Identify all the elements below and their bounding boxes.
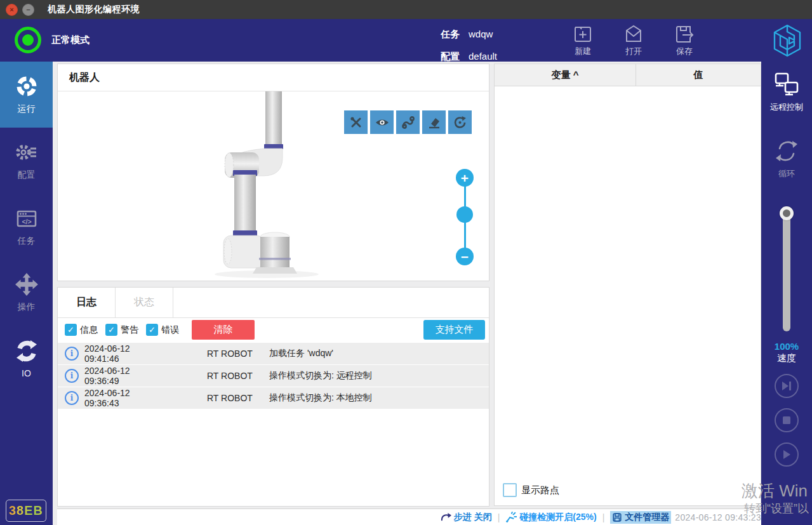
step-next-button[interactable] bbox=[775, 374, 799, 398]
task-row: 任务wdqw bbox=[441, 23, 497, 45]
run-icon bbox=[15, 74, 39, 98]
eraser-icon bbox=[427, 115, 442, 130]
checkbox-warning-label: 警告 bbox=[121, 324, 138, 336]
sidebar-item-io-label: IO bbox=[22, 368, 31, 378]
sidebar-item-io[interactable]: IO bbox=[0, 326, 53, 392]
statusbar-timestamp: 2024-06-12 09:43:23 bbox=[675, 512, 761, 522]
mode-label: 正常模式 bbox=[51, 34, 90, 46]
log-time: 2024-06-12 09:36:49 bbox=[84, 366, 166, 386]
play-button[interactable] bbox=[775, 442, 799, 467]
remote-control-icon bbox=[773, 72, 800, 97]
statusbar-separator: | bbox=[498, 512, 500, 522]
variables-panel: 变量 ^ 值 显示路点 bbox=[494, 63, 761, 506]
collision-detect-toggle[interactable]: 碰撞检测开启(25%) bbox=[505, 512, 596, 523]
speed-readout: 100% 速度 bbox=[775, 341, 799, 364]
config-value: default bbox=[469, 51, 497, 62]
left-sidebar: 运行 配置 </> 任务 操作 IO 38EB bbox=[0, 62, 53, 525]
loop-button[interactable]: 循环 bbox=[773, 138, 800, 180]
skip-next-icon bbox=[780, 380, 793, 392]
log-row[interactable]: i 2024-06-12 09:36:43 RT ROBOT 操作模式切换为: … bbox=[58, 387, 489, 409]
robot-panel: 机器人 bbox=[57, 63, 489, 281]
task-label: 任务 bbox=[441, 29, 460, 39]
support-files-button[interactable]: 支持文件 bbox=[423, 320, 485, 340]
show-waypoints-label: 显示路点 bbox=[521, 484, 559, 496]
play-icon bbox=[782, 449, 792, 460]
task-value: wdqw bbox=[469, 29, 493, 39]
show-waypoints-checkbox[interactable] bbox=[503, 483, 517, 497]
tab-log[interactable]: 日志 bbox=[58, 288, 116, 317]
stop-button[interactable] bbox=[775, 408, 799, 432]
window-titlebar: × – 机器人图形化编程环境 bbox=[0, 0, 812, 19]
info-icon: i bbox=[65, 369, 79, 383]
checkbox-info[interactable] bbox=[65, 324, 77, 336]
log-row[interactable]: i 2024-06-12 09:41:46 RT ROBOT 加载任务 'wdq… bbox=[58, 343, 489, 364]
log-time: 2024-06-12 09:36:43 bbox=[84, 388, 166, 408]
variables-header: 变量 ^ 值 bbox=[495, 64, 761, 86]
stop-icon bbox=[782, 416, 791, 425]
window-close-button[interactable]: × bbox=[6, 4, 18, 16]
zoom-out-button[interactable]: − bbox=[456, 248, 474, 265]
zoom-in-button[interactable]: + bbox=[456, 169, 474, 187]
code-window-icon: </> bbox=[15, 206, 39, 230]
save-task-button[interactable]: 保存 bbox=[664, 24, 705, 57]
sidebar-item-task[interactable]: </> 任务 bbox=[0, 194, 53, 260]
window-minimize-button[interactable]: – bbox=[22, 4, 34, 16]
statusbar-separator: | bbox=[602, 512, 605, 522]
config-row: 配置default bbox=[441, 45, 497, 67]
info-icon: i bbox=[65, 347, 79, 361]
open-task-button[interactable]: 打开 bbox=[613, 24, 654, 57]
svg-text:</>: </> bbox=[22, 218, 31, 225]
loop-icon bbox=[773, 138, 800, 164]
info-icon: i bbox=[65, 391, 79, 405]
sidebar-item-config[interactable]: 配置 bbox=[0, 128, 53, 194]
log-entries: i 2024-06-12 09:41:46 RT ROBOT 加载任务 'wdq… bbox=[58, 342, 489, 409]
save-task-label: 保存 bbox=[676, 46, 693, 57]
path-button[interactable] bbox=[396, 110, 420, 134]
visibility-button[interactable] bbox=[370, 110, 394, 134]
step-mode-label: 步进 关闭 bbox=[454, 512, 492, 523]
robot-id-badge: 38EB bbox=[6, 500, 46, 522]
zoom-slider-handle[interactable] bbox=[456, 206, 473, 223]
status-bar: 步进 关闭 | 碰撞检测开启(25%) | 文件管理器 2024-06-12 0… bbox=[57, 508, 761, 525]
log-row[interactable]: i 2024-06-12 09:36:49 RT ROBOT 操作模式切换为: … bbox=[58, 365, 489, 387]
column-value[interactable]: 值 bbox=[636, 64, 761, 86]
log-message: 操作模式切换为: 本地控制 bbox=[269, 392, 372, 404]
speed-value: 100% bbox=[775, 341, 799, 352]
right-sidebar: 远程控制 循环 100% 速度 bbox=[761, 62, 812, 525]
robot-3d-viewport[interactable]: + − bbox=[58, 91, 489, 281]
checkbox-error[interactable] bbox=[146, 324, 158, 336]
task-config-block: 任务wdqw 配置default bbox=[441, 23, 497, 67]
erase-button[interactable] bbox=[422, 110, 446, 134]
sidebar-item-config-label: 配置 bbox=[18, 169, 36, 181]
sidebar-item-operate[interactable]: 操作 bbox=[0, 260, 53, 326]
collision-detect-label: 碰撞检测开启(25%) bbox=[519, 512, 596, 523]
new-task-button[interactable]: 新建 bbox=[562, 24, 603, 57]
sidebar-item-run-label: 运行 bbox=[18, 103, 36, 115]
sidebar-item-run[interactable]: 运行 bbox=[0, 62, 53, 128]
file-manager-label: 文件管理器 bbox=[625, 512, 669, 523]
file-manager-button[interactable]: 文件管理器 bbox=[610, 511, 671, 524]
speed-slider-handle[interactable] bbox=[780, 206, 794, 220]
log-source: RT ROBOT bbox=[207, 393, 258, 403]
new-folder-icon bbox=[573, 24, 593, 44]
viewport-toolbar bbox=[344, 110, 472, 134]
reset-view-button[interactable] bbox=[448, 110, 472, 134]
log-message: 操作模式切换为: 远程控制 bbox=[269, 370, 372, 382]
collision-icon bbox=[505, 512, 517, 523]
waypoint-path-icon bbox=[401, 115, 416, 130]
tools-icon bbox=[349, 116, 363, 130]
column-variable[interactable]: 变量 ^ bbox=[495, 64, 636, 86]
log-tabs: 日志 状态 bbox=[58, 288, 489, 318]
remote-control-button[interactable]: 远程控制 bbox=[770, 72, 803, 113]
clear-log-button[interactable]: 清除 bbox=[192, 320, 255, 340]
checkbox-error-label: 错误 bbox=[161, 324, 179, 336]
tools-button[interactable] bbox=[344, 110, 368, 134]
step-mode-toggle[interactable]: 步进 关闭 bbox=[441, 512, 492, 523]
main-area: 机器人 bbox=[53, 62, 761, 525]
log-filter-bar: 信息 警告 错误 清除 支持文件 bbox=[58, 318, 489, 342]
log-time: 2024-06-12 09:41:46 bbox=[84, 343, 166, 364]
config-label: 配置 bbox=[441, 51, 460, 62]
tab-status[interactable]: 状态 bbox=[116, 288, 173, 317]
speed-slider-track[interactable] bbox=[783, 207, 790, 331]
checkbox-warning[interactable] bbox=[105, 324, 117, 336]
